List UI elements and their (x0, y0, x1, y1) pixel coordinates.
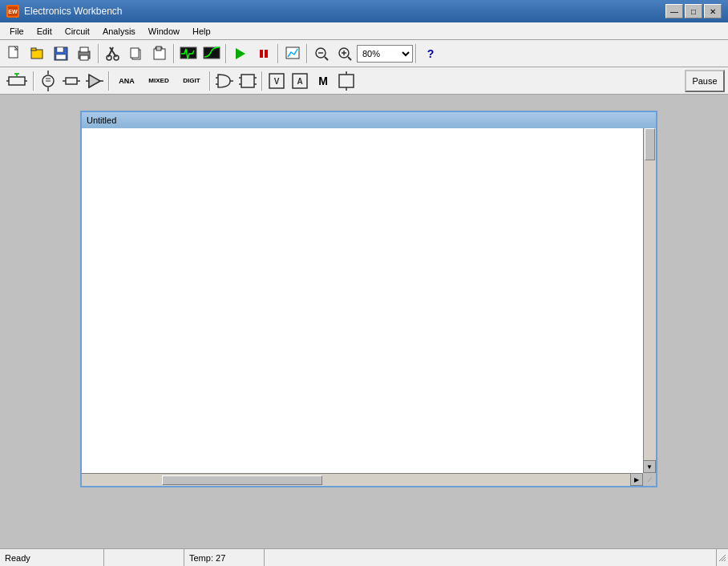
circuit-canvas[interactable] (82, 128, 643, 473)
separator3 (225, 44, 227, 63)
status-ready: Ready (0, 549, 104, 566)
copy-button[interactable] (125, 43, 148, 64)
tb2-sep3 (209, 71, 211, 91)
menu-help[interactable]: Help (186, 25, 217, 38)
logic-gate-button[interactable] (213, 71, 236, 91)
tb2-sep2 (108, 71, 110, 91)
voltmeter-button[interactable]: V (265, 71, 288, 91)
ammeter-button[interactable]: A (289, 71, 311, 91)
toolbar2: ANA MIXED DIGIT V A (0, 67, 728, 95)
svg-rect-23 (260, 50, 263, 58)
title-bar: EW Electronics Workbench — □ ✕ (0, 0, 728, 22)
svg-line-73 (724, 560, 726, 561)
menu-analysis[interactable]: Analysis (96, 25, 142, 38)
scope-button[interactable] (177, 43, 200, 64)
app-icon: EW (6, 5, 19, 18)
menu-file[interactable]: File (3, 25, 30, 38)
component-add-button[interactable] (3, 71, 30, 91)
svg-rect-4 (31, 48, 36, 51)
svg-rect-61 (339, 75, 354, 87)
print-button[interactable] (73, 43, 95, 64)
temp-text: Temp: 27 (189, 553, 225, 563)
save-button[interactable] (50, 43, 72, 64)
separator6 (415, 44, 417, 63)
minimize-button[interactable]: — (665, 4, 683, 18)
svg-rect-9 (80, 47, 88, 52)
svg-text:V: V (274, 77, 280, 86)
svg-rect-7 (56, 55, 66, 59)
bode-button[interactable] (200, 43, 223, 64)
resize-status-grip (717, 552, 728, 564)
menu-circuit[interactable]: Circuit (59, 25, 96, 38)
digital-button[interactable]: DIGIT (176, 71, 207, 91)
stop-button[interactable] (253, 43, 275, 64)
tb2-sep1 (33, 71, 34, 91)
close-button[interactable]: ✕ (704, 4, 722, 18)
scroll-right-button[interactable]: ▶ (630, 473, 643, 486)
scroll-down-button[interactable]: ▼ (643, 460, 656, 473)
scrollbar-vertical-thumb[interactable] (645, 128, 655, 160)
svg-text:A: A (297, 77, 302, 86)
zoom-in-button[interactable] (334, 43, 356, 64)
title-text: Electronics Workbench (24, 6, 123, 17)
analog-button[interactable]: ANA (112, 71, 141, 91)
zoom-select[interactable]: 50% 60% 70% 80% 100% 125% 150% 200% (357, 45, 413, 63)
paste-button[interactable] (148, 43, 171, 64)
new-button[interactable] (3, 43, 26, 64)
tb2-sep4 (261, 71, 263, 91)
status-middle (104, 549, 184, 566)
node-button[interactable] (335, 71, 358, 91)
svg-line-28 (325, 57, 328, 60)
sources-button[interactable] (37, 71, 59, 91)
pause-button[interactable]: Pause (685, 70, 725, 92)
svg-rect-10 (80, 55, 88, 60)
title-bar-left: EW Electronics Workbench (6, 5, 123, 18)
circuit-scrollbar-horizontal[interactable] (82, 473, 643, 486)
label-button[interactable]: M (312, 71, 334, 91)
cut-button[interactable] (102, 43, 124, 64)
svg-rect-33 (9, 77, 25, 85)
menu-bar: File Edit Circuit Analysis Window Help (0, 22, 728, 40)
window-controls: — □ ✕ (665, 4, 722, 18)
active-button[interactable] (83, 71, 106, 91)
svg-marker-22 (236, 48, 245, 59)
mixed-button[interactable]: MIXED (142, 71, 176, 91)
menu-window[interactable]: Window (142, 25, 186, 38)
main-area: Untitled ▲ ▼ ◀ ▶ ⟋ (0, 95, 728, 548)
svg-rect-44 (66, 78, 77, 84)
svg-rect-52 (241, 75, 254, 87)
passive-button[interactable] (60, 71, 83, 91)
menu-edit[interactable]: Edit (30, 25, 59, 38)
svg-line-32 (348, 57, 351, 60)
custom-button[interactable] (237, 71, 259, 91)
status-bar: Ready Temp: 27 (0, 548, 728, 566)
scrollbar-horizontal-thumb[interactable] (162, 475, 322, 485)
separator1 (98, 44, 99, 63)
circuit-title-bar: Untitled (82, 112, 656, 128)
resize-grip[interactable]: ⟋ (643, 473, 656, 486)
toolbar1: 50% 60% 70% 80% 100% 125% 150% 200% ? (0, 40, 728, 67)
graph-button[interactable] (281, 43, 304, 64)
svg-rect-3 (31, 50, 42, 59)
svg-rect-6 (57, 47, 63, 52)
status-temp: Temp: 27 (184, 549, 265, 566)
svg-marker-47 (89, 75, 100, 87)
run-button[interactable] (229, 43, 252, 64)
svg-rect-24 (265, 50, 268, 58)
circuit-window: Untitled ▲ ▼ ◀ ▶ ⟋ (80, 111, 657, 487)
separator2 (173, 44, 175, 63)
status-end (265, 549, 717, 566)
svg-rect-19 (156, 46, 161, 51)
separator4 (277, 44, 279, 63)
help-button[interactable]: ? (419, 43, 442, 64)
svg-text:EW: EW (8, 9, 18, 14)
maximize-button[interactable]: □ (685, 4, 702, 18)
circuit-title: Untitled (87, 115, 116, 125)
separator5 (306, 44, 308, 63)
svg-rect-16 (131, 48, 139, 58)
zoom-out-button[interactable] (310, 43, 333, 64)
circuit-scrollbar-vertical[interactable] (643, 128, 656, 473)
ready-text: Ready (5, 553, 30, 563)
open-button[interactable] (26, 43, 49, 64)
